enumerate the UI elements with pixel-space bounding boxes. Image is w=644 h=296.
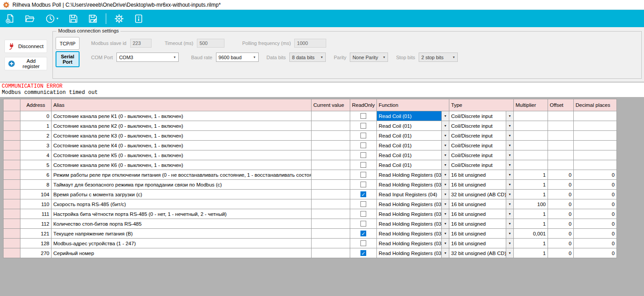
- multiplier-cell[interactable]: 1: [514, 248, 548, 258]
- alias-cell[interactable]: Серийный номер: [52, 248, 312, 258]
- info-button[interactable]: [132, 12, 145, 25]
- multiplier-cell[interactable]: [514, 121, 548, 131]
- alias-cell[interactable]: Состояние канала реле К5 (0 - выключен, …: [52, 150, 312, 160]
- decimal-places-cell[interactable]: 0: [574, 248, 617, 258]
- alias-cell[interactable]: Время работы с момента загрузки (с): [52, 190, 312, 199]
- decimal-places-cell[interactable]: 0: [574, 219, 617, 229]
- function-dropdown-button[interactable]: ▾: [441, 141, 449, 150]
- type-dropdown-button[interactable]: ▾: [506, 209, 513, 219]
- address-cell[interactable]: 6: [20, 170, 52, 180]
- readonly-cell[interactable]: [350, 150, 377, 160]
- readonly-checkbox[interactable]: [360, 201, 366, 207]
- new-report-button[interactable]: [4, 12, 17, 25]
- offset-cell[interactable]: [548, 160, 574, 170]
- function-cell[interactable]: Read Coil (01) ▾: [377, 141, 449, 150]
- multiplier-cell[interactable]: 1: [514, 190, 548, 199]
- readonly-cell[interactable]: [350, 160, 377, 170]
- address-cell[interactable]: 121: [20, 229, 52, 239]
- decimal-places-cell[interactable]: [574, 160, 617, 170]
- column-header-type[interactable]: Type: [449, 99, 514, 111]
- decimal-places-cell[interactable]: 0: [574, 239, 617, 248]
- readonly-cell[interactable]: [350, 170, 377, 180]
- offset-cell[interactable]: [548, 150, 574, 160]
- function-cell[interactable]: Read Coil (01) ▾: [377, 150, 449, 160]
- multiplier-cell[interactable]: 1: [514, 180, 548, 190]
- current-value-cell[interactable]: [312, 121, 350, 131]
- offset-cell[interactable]: 0: [548, 199, 574, 209]
- row-selector[interactable]: [4, 248, 20, 258]
- row-selector[interactable]: [4, 180, 20, 190]
- alias-cell[interactable]: Настройка бита чётности порта RS-485 (0 …: [52, 209, 312, 219]
- readonly-checkbox[interactable]: [360, 191, 366, 197]
- disconnect-button[interactable]: Disconnect: [4, 40, 47, 53]
- type-cell[interactable]: Coil/Discrete input ▾: [449, 131, 514, 141]
- function-cell[interactable]: Read Holding Registers (03) ▾: [377, 170, 449, 180]
- readonly-cell[interactable]: [350, 190, 377, 199]
- function-dropdown-button[interactable]: ▾: [441, 150, 449, 160]
- multiplier-cell[interactable]: [514, 111, 548, 121]
- column-header-address[interactable]: Address: [20, 99, 52, 111]
- decimal-places-cell[interactable]: 0: [574, 209, 617, 219]
- function-cell[interactable]: Read Holding Registers (03) ▾: [377, 248, 449, 258]
- function-cell[interactable]: Read Holding Registers (03) ▾: [377, 199, 449, 209]
- history-button[interactable]: ▾: [43, 12, 60, 25]
- function-cell[interactable]: Read Coil (01) ▾: [377, 160, 449, 170]
- column-header-multiplier[interactable]: Multiplier: [514, 99, 548, 111]
- current-value-cell[interactable]: [312, 190, 350, 199]
- row-selector[interactable]: [4, 199, 20, 209]
- type-dropdown-button[interactable]: ▾: [506, 131, 513, 140]
- type-cell[interactable]: 16 bit unsigned ▾: [449, 170, 514, 180]
- function-dropdown-button[interactable]: ▾: [441, 160, 449, 170]
- function-dropdown-button[interactable]: ▾: [441, 219, 449, 228]
- address-cell[interactable]: 270: [20, 248, 52, 258]
- column-header-readonly[interactable]: ReadOnly: [350, 99, 377, 111]
- offset-cell[interactable]: 0: [548, 239, 574, 248]
- type-dropdown-button[interactable]: ▾: [506, 239, 513, 248]
- function-cell[interactable]: Read Holding Registers (03) ▾: [377, 209, 449, 219]
- function-cell[interactable]: Read Coil (01) ▾: [377, 111, 449, 121]
- current-value-cell[interactable]: [312, 170, 350, 180]
- row-selector[interactable]: [4, 209, 20, 219]
- current-value-cell[interactable]: [312, 219, 350, 229]
- function-cell[interactable]: Read Holding Registers (03) ▾: [377, 180, 449, 190]
- tab-serial-port[interactable]: Serial Port: [56, 51, 80, 67]
- alias-cell[interactable]: Состояние канала реле К4 (0 - выключен, …: [52, 141, 312, 150]
- offset-cell[interactable]: [548, 121, 574, 131]
- function-dropdown-button[interactable]: ▾: [441, 170, 449, 179]
- alias-cell[interactable]: Таймаут для безопасного режима при пропа…: [52, 180, 312, 190]
- type-dropdown-button[interactable]: ▾: [506, 248, 513, 258]
- current-value-cell[interactable]: [312, 160, 350, 170]
- type-dropdown-button[interactable]: ▾: [506, 160, 513, 170]
- decimal-places-cell[interactable]: 0: [574, 199, 617, 209]
- multiplier-cell[interactable]: [514, 150, 548, 160]
- type-dropdown-button[interactable]: ▾: [506, 170, 513, 179]
- column-header-function[interactable]: Function: [377, 99, 449, 111]
- multiplier-cell[interactable]: 1: [514, 209, 548, 219]
- row-selector[interactable]: [4, 160, 20, 170]
- address-cell[interactable]: 5: [20, 160, 52, 170]
- type-cell[interactable]: 16 bit unsigned ▾: [449, 199, 514, 209]
- row-selector[interactable]: [4, 190, 20, 199]
- address-cell[interactable]: 110: [20, 199, 52, 209]
- readonly-checkbox[interactable]: [360, 162, 366, 168]
- address-cell[interactable]: 128: [20, 239, 52, 248]
- decimal-places-cell[interactable]: 0: [574, 180, 617, 190]
- readonly-cell[interactable]: [350, 199, 377, 209]
- readonly-checkbox[interactable]: [360, 133, 366, 138]
- row-selector[interactable]: [4, 131, 20, 141]
- com-port-select[interactable]: COM3 ▾: [116, 53, 179, 62]
- function-cell[interactable]: Read Coil (01) ▾: [377, 121, 449, 131]
- offset-cell[interactable]: 0: [548, 248, 574, 258]
- alias-cell[interactable]: Состояние канала реле К1 (0 - выключен, …: [52, 111, 312, 121]
- row-selector[interactable]: [4, 170, 20, 180]
- current-value-cell[interactable]: [312, 209, 350, 219]
- address-cell[interactable]: 2: [20, 131, 52, 141]
- type-cell[interactable]: 16 bit unsigned ▾: [449, 219, 514, 229]
- readonly-checkbox[interactable]: [360, 113, 366, 119]
- type-cell[interactable]: 16 bit unsigned ▾: [449, 229, 514, 239]
- readonly-cell[interactable]: [350, 180, 377, 190]
- alias-cell[interactable]: Количество стоп-битов порта RS-485: [52, 219, 312, 229]
- row-selector[interactable]: [4, 219, 20, 229]
- type-cell[interactable]: Coil/Discrete input ▾: [449, 111, 514, 121]
- readonly-checkbox[interactable]: [360, 240, 366, 246]
